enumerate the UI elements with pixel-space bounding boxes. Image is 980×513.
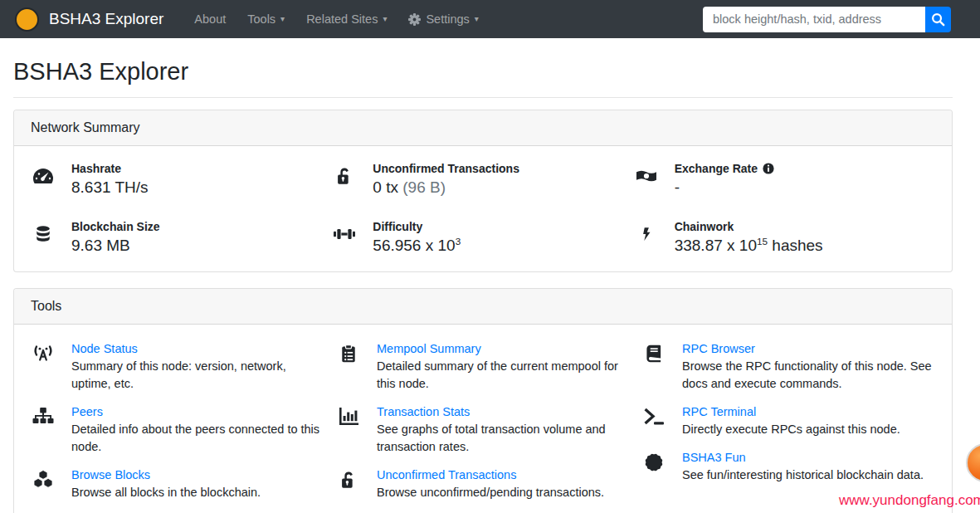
database-icon — [31, 220, 56, 255]
stat-blockchain-size: Blockchain Size 9.63 MB — [31, 220, 332, 255]
tool-rpc-terminal: RPC Terminal Directly execute RPCs again… — [641, 403, 935, 438]
search-icon — [931, 12, 945, 27]
nav-item-settings-label: Settings — [426, 12, 469, 26]
tool-mempool-summary: Mempool Summary Detailed summary of the … — [336, 340, 630, 393]
tool-desc: Browse unconfirmed/pending transactions. — [377, 484, 604, 501]
search-form — [703, 7, 951, 32]
gear-icon — [408, 13, 421, 26]
search-input[interactable] — [703, 7, 925, 32]
stat-label: Blockchain Size — [71, 220, 160, 233]
watermark-text: www.yundongfang.com — [839, 492, 980, 509]
brand-title: BSHA3 Explorer — [49, 10, 163, 28]
search-button[interactable] — [925, 7, 951, 32]
stat-label: Unconfirmed Transactions — [373, 162, 519, 175]
tool-desc: Summary of this node: version, network, … — [71, 358, 324, 393]
certificate-icon — [641, 449, 666, 484]
tools-column-2: Mempool Summary Detailed summary of the … — [336, 340, 630, 512]
stat-label: Difficulty — [373, 220, 461, 233]
clipboard-list-icon — [336, 340, 361, 393]
page-title: BSHA3 Explorer — [13, 58, 953, 86]
stat-chainwork: Chainwork 338.87 x 1015 hashes — [634, 220, 935, 255]
tool-desc: See fun/interesting historical blockchai… — [682, 467, 924, 484]
chevron-down-icon: ▾ — [475, 15, 479, 23]
broadcast-tower-icon — [31, 340, 56, 393]
stat-label: Chainwork — [675, 220, 823, 233]
main-content: BSHA3 Explorer Network Summary Hashrate — [0, 58, 980, 513]
tool-peers: Peers Detailed info about the peers conn… — [31, 403, 324, 456]
tool-desc: See graphs of total transaction volume a… — [377, 421, 630, 456]
unlock-icon — [336, 467, 361, 501]
stat-value: 338.87 x 1015 hashes — [675, 236, 823, 255]
stat-label: Exchange Rate — [675, 162, 774, 175]
tool-unconfirmed-transactions: Unconfirmed Transactions Browse unconfir… — [336, 467, 630, 501]
tool-desc: Detailed info about the peers connected … — [71, 421, 324, 456]
tool-transaction-stats: Transaction Stats See graphs of total tr… — [336, 403, 630, 456]
tool-link-rpc-terminal[interactable]: RPC Terminal — [682, 405, 756, 418]
stat-exchange-rate: Exchange Rate - — [634, 162, 935, 197]
nav-item-about[interactable]: About — [183, 12, 236, 26]
stat-value: 9.63 MB — [71, 236, 160, 255]
stat-value: - — [675, 178, 774, 197]
nav-item-tools-label: Tools — [247, 12, 275, 26]
nav-item-about-label: About — [194, 12, 226, 26]
cubes-icon — [31, 467, 56, 501]
stat-label: Hashrate — [71, 162, 149, 175]
money-bill-icon — [634, 162, 659, 197]
nav-item-related-sites[interactable]: Related Sites ▾ — [295, 12, 397, 26]
network-summary-card: Network Summary Hashrate 8.631 TH/s — [13, 110, 953, 272]
stat-value: 56.956 x 103 — [373, 236, 461, 255]
tool-desc: Browse the RPC functionality of this nod… — [682, 358, 935, 393]
dumbbell-icon — [332, 220, 357, 255]
bolt-icon — [634, 220, 659, 255]
tool-desc: Detailed summary of the current mempool … — [377, 358, 630, 393]
stat-value: 0 tx (96 B) — [373, 178, 519, 197]
tool-rpc-browser: RPC Browser Browse the RPC functionality… — [641, 340, 935, 393]
network-summary-body: Hashrate 8.631 TH/s Unconfirmed Transact… — [14, 146, 952, 271]
network-summary-header: Network Summary — [14, 110, 952, 146]
tool-node-status: Node Status Summary of this node: versio… — [31, 340, 324, 393]
bsha3-logo-icon — [15, 7, 39, 32]
sitemap-icon — [31, 403, 56, 456]
tools-column-3: RPC Browser Browse the RPC functionality… — [641, 340, 935, 495]
book-icon — [641, 340, 666, 393]
tool-bsha3-fun: BSHA3 Fun See fun/interesting historical… — [641, 449, 935, 484]
tool-link-rpc-browser[interactable]: RPC Browser — [682, 342, 755, 355]
tool-desc: Directly execute RPCs against this node. — [682, 421, 900, 438]
chevron-down-icon: ▾ — [280, 15, 285, 23]
brand-link[interactable]: BSHA3 Explorer — [15, 7, 163, 32]
tachometer-icon — [31, 162, 56, 197]
tool-link-node-status[interactable]: Node Status — [71, 342, 138, 355]
tool-link-browse-blocks[interactable]: Browse Blocks — [71, 468, 150, 481]
navbar: BSHA3 Explorer About Tools ▾ Related Sit… — [0, 0, 980, 38]
chart-bar-icon — [336, 403, 361, 456]
tool-link-peers[interactable]: Peers — [71, 405, 103, 418]
stat-value: 8.631 TH/s — [71, 178, 149, 197]
stat-unconfirmed-transactions: Unconfirmed Transactions 0 tx (96 B) — [332, 162, 633, 197]
tool-link-bsha3-fun[interactable]: BSHA3 Fun — [682, 451, 746, 464]
stat-difficulty: Difficulty 56.956 x 103 — [332, 220, 633, 255]
tool-link-mempool-summary[interactable]: Mempool Summary — [377, 342, 481, 355]
nav-links: About Tools ▾ Related Sites ▾ Settings — [183, 12, 490, 26]
nav-item-related-sites-label: Related Sites — [306, 12, 378, 26]
unlock-icon — [332, 162, 357, 197]
tools-column-1: Node Status Summary of this node: versio… — [31, 340, 324, 512]
nav-item-tools[interactable]: Tools ▾ — [236, 12, 295, 26]
stat-hashrate: Hashrate 8.631 TH/s — [31, 162, 332, 197]
tools-header: Tools — [14, 289, 952, 325]
nav-item-settings[interactable]: Settings ▾ — [397, 12, 489, 26]
tools-body: Node Status Summary of this node: versio… — [14, 325, 952, 513]
tool-link-transaction-stats[interactable]: Transaction Stats — [377, 405, 470, 418]
chevron-down-icon: ▾ — [383, 15, 387, 23]
tool-browse-blocks: Browse Blocks Browse all blocks in the b… — [31, 467, 324, 501]
divider — [13, 97, 953, 98]
info-circle-icon[interactable] — [763, 163, 774, 174]
tool-link-unconfirmed-transactions[interactable]: Unconfirmed Transactions — [377, 468, 516, 481]
terminal-icon — [641, 403, 666, 438]
tool-desc: Browse all blocks in the blockchain. — [71, 484, 261, 501]
tools-card: Tools N — [13, 288, 953, 513]
